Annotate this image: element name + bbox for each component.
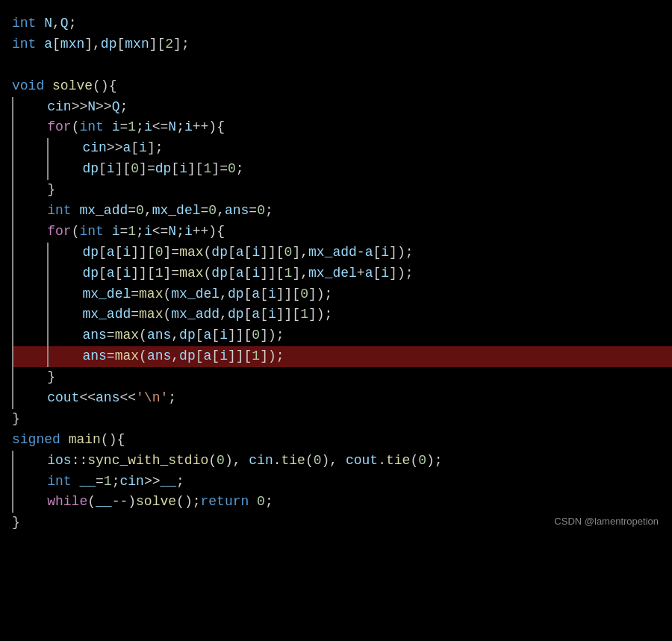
line-20: signed main(){ bbox=[12, 430, 672, 451]
line-19: } bbox=[12, 409, 672, 430]
line-6: cin>>a[i]; bbox=[12, 138, 672, 159]
line-15: ans=max(ans,dp[a[i]][0]); bbox=[12, 325, 672, 346]
line-18: cout<<ans<<'\n'; bbox=[12, 388, 672, 409]
watermark: CSDN @lamentropetion bbox=[554, 514, 659, 529]
line-8: } bbox=[12, 180, 672, 201]
keyword-int: int bbox=[12, 13, 36, 34]
line-13: mx_del=max(mx_del,dp[a[i]][0]); bbox=[12, 284, 672, 305]
line-2: int a[mxn],dp[mxn][2]; bbox=[12, 34, 672, 55]
line-21: ios::sync_with_stdio(0), cin.tie(0), cou… bbox=[12, 451, 672, 472]
line-22: int __=1;cin>>__; bbox=[12, 472, 672, 493]
line-10: for(int i=1;i<=N;i++){ bbox=[12, 222, 672, 243]
line-23: while(__--)solve();return 0; bbox=[12, 492, 672, 513]
line-12: dp[a[i]][1]=max(dp[a[i]][1],mx_del+a[i])… bbox=[12, 263, 672, 284]
line-blank-1 bbox=[12, 55, 672, 76]
line-7: dp[i][0]=dp[i][1]=0; bbox=[12, 159, 672, 180]
line-1: int N,Q; bbox=[12, 13, 672, 34]
line-11: dp[a[i]][0]=max(dp[a[i]][0],mx_add-a[i])… bbox=[12, 243, 672, 263]
line-4: cin>>N>>Q; bbox=[12, 97, 672, 118]
line-5: for(int i=1;i<=N;i++){ bbox=[12, 117, 672, 138]
line-9: int mx_add=0,mx_del=0,ans=0; bbox=[12, 201, 672, 222]
code-editor: int N,Q; int a[mxn],dp[mxn][2]; void sol… bbox=[0, 7, 672, 540]
line-17: } bbox=[12, 367, 672, 388]
line-3: void solve(){ bbox=[12, 76, 672, 97]
line-16-highlighted: ans=max(ans,dp[a[i]][1]); bbox=[12, 346, 672, 367]
line-14: mx_add=max(mx_add,dp[a[i]][1]); bbox=[12, 304, 672, 325]
